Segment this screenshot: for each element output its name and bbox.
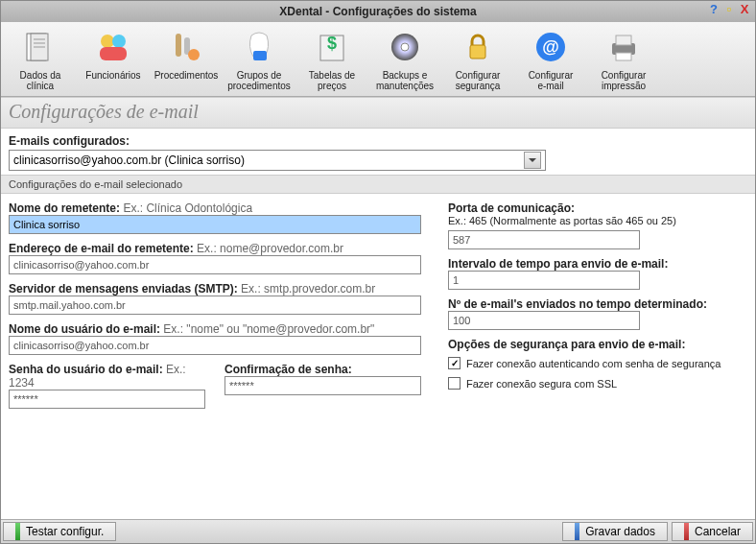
toolbar-label: Configurarsegurança [456, 70, 501, 91]
ssl-checkbox[interactable] [448, 377, 461, 390]
help-icon[interactable]: ? [707, 3, 721, 16]
toolbar-procedimentos[interactable]: Procedimentos [153, 26, 220, 81]
funcionarios-icon [92, 26, 134, 68]
footer-bar: Testar configur. Gravar dados Cancelar [1, 519, 755, 543]
window-controls: ? ▫ X [707, 3, 751, 16]
page-title: Configurações de e-mail [1, 98, 755, 129]
endereco-input[interactable] [9, 255, 421, 274]
toolbar-config-impressao[interactable]: Configurarimpressão [590, 26, 657, 91]
ssl-checkbox-label: Fazer conexão segura com SSL [466, 378, 617, 390]
auth-checkbox[interactable] [448, 357, 461, 369]
svg-rect-8 [176, 34, 181, 57]
svg-text:$: $ [327, 34, 337, 53]
svg-point-5 [101, 35, 114, 48]
toolbar-label: Funcionários [85, 70, 140, 81]
nenviados-input[interactable] [448, 311, 640, 330]
svg-point-15 [401, 43, 409, 51]
toolbar-grupos-proc[interactable]: Grupos deprocedimentos [225, 26, 293, 91]
toolbar-label: Dados daclínica [20, 70, 61, 91]
gravar-button[interactable]: Gravar dados [562, 522, 668, 541]
selected-email-subheader: Configurações do e-mail selecionado [1, 175, 755, 194]
intervalo-input[interactable] [448, 271, 640, 290]
title-bar: XDental - Configurações do sistema ? ▫ X [1, 1, 755, 22]
tabelas-precos-icon: $ [311, 26, 353, 68]
toolbar-label: Backups emanutenções [376, 70, 434, 91]
config-seguranca-icon [457, 26, 499, 68]
toolbar-label: Grupos deprocedimentos [227, 70, 291, 91]
svg-rect-16 [470, 45, 485, 59]
chevron-down-icon[interactable] [524, 152, 541, 169]
svg-rect-21 [616, 53, 631, 60]
left-column: Nome do remetente: Ex.: Clínica Odontoló… [9, 201, 421, 511]
toolbar-funcionarios[interactable]: Funcionários [80, 26, 147, 81]
right-column: Porta de comunicação: Ex.: 465 (Normalme… [448, 201, 736, 511]
grupos-proc-icon [238, 26, 280, 68]
smtp-input[interactable] [9, 296, 421, 315]
testar-button[interactable]: Testar configur. [3, 522, 116, 541]
usuario-input[interactable] [9, 336, 421, 355]
toolbar-label: Configurare-mail [529, 70, 574, 91]
svg-point-10 [188, 49, 200, 60]
auth-checkbox-label: Fazer conexão autenticando com senha de … [466, 358, 721, 369]
emails-dropdown-value: clinicasorriso@yahoo.com.br (Clinica sor… [13, 154, 245, 167]
svg-rect-20 [616, 35, 631, 45]
svg-rect-11 [253, 51, 267, 60]
toolbar-label: Procedimentos [154, 70, 219, 81]
svg-rect-7 [100, 47, 127, 60]
toolbar-tabelas-precos[interactable]: $Tabelas depreços [298, 26, 366, 91]
emails-configured-label: E-mails configurados: [1, 129, 755, 150]
close-icon[interactable]: X [738, 3, 751, 16]
toolbar-label: Tabelas depreços [309, 70, 355, 91]
backups-icon [384, 26, 426, 68]
svg-point-6 [112, 35, 126, 48]
form-body: Nome do remetente: Ex.: Clínica Odontoló… [1, 194, 755, 519]
dados-clinica-icon [19, 26, 61, 68]
cancelar-button[interactable]: Cancelar [672, 522, 753, 541]
procedimentos-icon [165, 26, 207, 68]
page-body: Configurações de e-mail E-mails configur… [1, 97, 755, 543]
porta-input[interactable] [448, 230, 640, 249]
toolbar-backups[interactable]: Backups emanutenções [371, 26, 438, 91]
minimize-icon[interactable]: ▫ [722, 3, 736, 16]
toolbar-config-seguranca[interactable]: Configurarsegurança [444, 26, 511, 91]
toolbar-config-email[interactable]: @Configurare-mail [517, 26, 584, 91]
main-toolbar: Dados daclínicaFuncionáriosProcedimentos… [1, 22, 755, 97]
remetente-input[interactable] [9, 215, 421, 234]
config-impressao-icon [602, 26, 645, 68]
config-email-icon: @ [530, 26, 572, 68]
app-window: XDental - Configurações do sistema ? ▫ X… [0, 0, 756, 544]
emails-dropdown[interactable]: clinicasorriso@yahoo.com.br (Clinica sor… [9, 150, 546, 171]
svg-text:@: @ [542, 37, 559, 57]
toolbar-dados-clinica[interactable]: Dados daclínica [7, 26, 74, 91]
senha-input[interactable] [9, 390, 205, 409]
confirma-senha-input[interactable] [224, 376, 421, 395]
window-title: XDental - Configurações do sistema [279, 5, 476, 18]
toolbar-label: Configurarimpressão [602, 70, 647, 91]
